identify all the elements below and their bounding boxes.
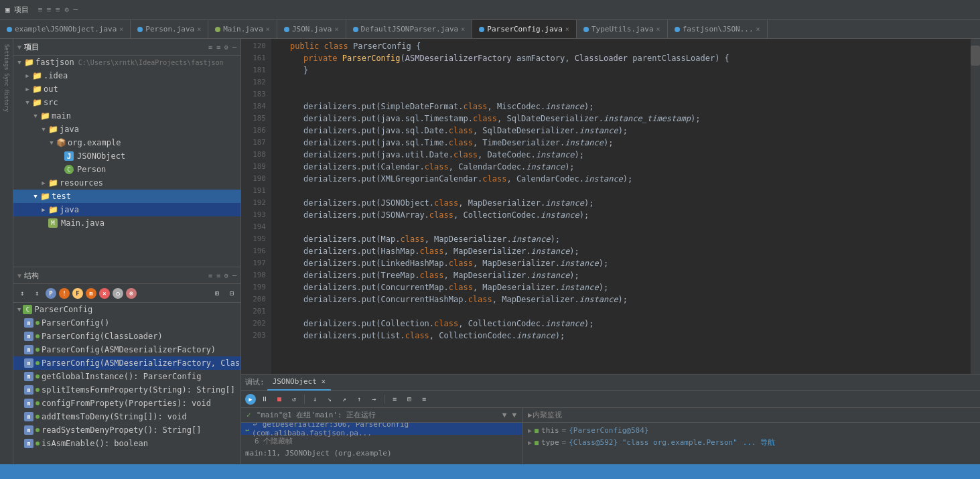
watch-this-expand[interactable]: ▶: [528, 427, 532, 434]
method-dot-4: [36, 374, 40, 379]
code-content[interactable]: public class ParserConfig { private Pars…: [271, 39, 971, 374]
tree-test[interactable]: ▼ 📁 test: [13, 190, 240, 203]
tree-src[interactable]: ▼ 📁 src: [13, 96, 240, 109]
debug-pause-btn[interactable]: ⏸: [259, 393, 271, 405]
tree-root[interactable]: ▼ 📁 fastjson C:\Users\xrntk\IdeaProjects…: [13, 56, 240, 69]
code-line-198: derializers.put(TreeMap.class, MapDeseri…: [277, 269, 971, 281]
filter-method-btn[interactable]: m: [86, 288, 96, 299]
watch-item-type[interactable]: ▶ ■ type = {Class@592} "class org.exampl…: [522, 436, 980, 448]
tab-close-person[interactable]: ×: [197, 25, 201, 33]
tree-resources-label: resources: [60, 178, 103, 188]
tab-main[interactable]: Main.java ×: [208, 20, 277, 39]
struct-method-4[interactable]: m getGlobalInstance(): ParserConfig: [13, 370, 240, 383]
watch-type-nav-link[interactable]: ... 导航: [743, 437, 776, 448]
debug-filter-arrow[interactable]: ▼: [512, 411, 516, 419]
tree-java-src[interactable]: ▼ 📁 java: [13, 123, 240, 136]
debug-force-step-btn[interactable]: ↗: [338, 393, 350, 405]
struct-method-8[interactable]: m readSystemDenyPropety(): String[]: [13, 423, 240, 437]
tree-java-test[interactable]: ▶ 📁 java: [13, 203, 240, 216]
structure-arrow: ▼: [17, 272, 21, 279]
tab-close-defaultjsonparser[interactable]: ×: [461, 25, 465, 33]
debug-step-out-btn[interactable]: ↑: [353, 393, 365, 405]
filter-public-btn[interactable]: P: [46, 288, 56, 299]
debug-run-cursor-btn[interactable]: →: [368, 393, 380, 405]
tree-resources[interactable]: ▶ 📁 resources: [13, 176, 240, 190]
struct-method-9[interactable]: m isAsmEnable(): boolean: [13, 437, 240, 450]
filter-constructor-btn[interactable]: !: [59, 288, 70, 299]
sort-alpha-btn[interactable]: ↕: [16, 287, 28, 299]
debug-frames-panel: ✓ "main"@1 在组'main': 正在运行 ▼ ▼ ↵ ⤶ getDes…: [241, 408, 522, 464]
debug-rerun-btn[interactable]: ↺: [288, 393, 300, 405]
debug-frames-list: ↵ ⤶ getDeserializer:306, ParserConfig (c…: [241, 423, 522, 464]
struct-method-6[interactable]: m configFromPropety(Properties): void: [13, 397, 240, 410]
tab-defaultjsonparser[interactable]: DefaultJSONParser.java ×: [346, 20, 473, 39]
debug-step-over-btn[interactable]: ↓: [309, 393, 321, 405]
debug-step-into-btn[interactable]: ↘: [324, 393, 336, 405]
debug-filter-icon[interactable]: ▼: [502, 411, 507, 419]
scrollbar-thumb[interactable]: [971, 46, 980, 66]
tab-dot-jsonobject: [7, 27, 12, 32]
filter-gray-btn[interactable]: ○: [113, 288, 123, 299]
tab-close-fastjson2[interactable]: ×: [756, 25, 760, 33]
tab-parserconfig[interactable]: ParserConfig.java ×: [472, 20, 577, 39]
tree-out[interactable]: ▶ 📁 out: [13, 82, 240, 96]
tab-close-typeutils[interactable]: ×: [656, 25, 660, 33]
structure-menu[interactable]: ≡ ≡ ⚙ ─: [208, 272, 236, 279]
tree-org-example[interactable]: ▼ 📦 org.example: [13, 136, 240, 149]
sort-type-btn[interactable]: ↕: [31, 287, 43, 299]
tab-close-json[interactable]: ×: [335, 25, 339, 33]
debug-play-btn[interactable]: ▶: [245, 394, 256, 405]
struct-method-5[interactable]: m splitItemsFormProperty(String): String…: [13, 383, 240, 397]
tab-jsonobject[interactable]: example\JSONObject.java ×: [0, 20, 131, 39]
person-file-icon: C: [64, 165, 74, 174]
debug-tab-jsonobject[interactable]: JSONObject ×: [267, 374, 331, 391]
struct-class-label: ParserConfig: [34, 305, 92, 314]
tab-json[interactable]: JSON.java ×: [277, 20, 346, 39]
struct-method-0[interactable]: m ParserConfig(): [13, 316, 240, 330]
tree-idea[interactable]: ▶ 📁 .idea: [13, 69, 240, 82]
debug-settings-btn[interactable]: ≡: [418, 393, 430, 405]
struct-method-7[interactable]: m addItemsToDeny(String[]): void: [13, 410, 240, 423]
structure-list: ▼ C ParserConfig m ParserConfig() m Pars…: [13, 303, 240, 464]
project-menu[interactable]: 项目: [14, 5, 29, 15]
tree-person-file[interactable]: C Person: [13, 163, 240, 176]
filter-x-btn[interactable]: ×: [99, 288, 110, 299]
project-panel-header: ▼ 项目 ≡ ≡ ⚙ ─: [13, 39, 240, 56]
project-tree: ▼ 📁 fastjson C:\Users\xrntk\IdeaProjects…: [13, 56, 240, 267]
project-panel-menu[interactable]: ≡ ≡ ⚙ ─: [208, 44, 236, 51]
expand-btn[interactable]: ⊞: [211, 287, 223, 299]
tab-close-jsonobject[interactable]: ×: [119, 25, 123, 33]
tree-main-java[interactable]: M Main.java: [13, 216, 240, 230]
watch-item-this[interactable]: ▶ ■ this = {ParserConfig@584}: [522, 424, 980, 436]
filter-red-btn[interactable]: ⊗: [126, 288, 137, 299]
right-scrollbar[interactable]: [971, 39, 980, 374]
tree-test-arrow: ▼: [32, 193, 39, 200]
tree-java-test-icon: 📁: [48, 205, 58, 214]
debug-eval-btn[interactable]: ≡: [389, 393, 401, 405]
tab-close-main[interactable]: ×: [266, 25, 270, 33]
tab-close-parserconfig[interactable]: ×: [565, 25, 569, 33]
watch-expand-icon[interactable]: ▶: [528, 411, 533, 419]
struct-method-2[interactable]: m ParserConfig(ASMDeserializerFactory): [13, 343, 240, 356]
tab-typeutils[interactable]: TypeUtils.java ×: [577, 20, 668, 39]
struct-class-root[interactable]: ▼ C ParserConfig: [13, 303, 240, 316]
collapse-btn[interactable]: ⊟: [226, 287, 238, 299]
settings-sync-label[interactable]: Settings Sync History: [3, 42, 9, 115]
tree-jsonobject-file[interactable]: J JSONObject: [13, 149, 240, 163]
method-icon-3: m: [24, 358, 33, 368]
debug-watch-btn[interactable]: ⊞: [403, 393, 415, 405]
tree-main-src[interactable]: ▼ 📁 main: [13, 109, 240, 123]
filter-field-btn[interactable]: F: [72, 288, 83, 299]
tree-main-java-label: Main.java: [61, 218, 104, 228]
debug-stop-btn[interactable]: ■: [273, 393, 285, 405]
debug-check-icon: ✓: [247, 411, 251, 419]
debug-frame-main[interactable]: main:11, JSONObject (org.example): [241, 447, 522, 459]
tab-fastjson2[interactable]: fastjson\JSON... ×: [668, 20, 768, 39]
tab-person[interactable]: Person.java ×: [131, 20, 208, 39]
tree-src-label: src: [44, 98, 58, 107]
debug-frame-0[interactable]: ↵ ⤶ getDeserializer:306, ParserConfig (c…: [241, 423, 522, 435]
watch-this-field-icon: ■: [535, 427, 539, 434]
struct-method-1[interactable]: m ParserConfig(ClassLoader): [13, 330, 240, 343]
watch-type-expand[interactable]: ▶: [528, 439, 532, 446]
struct-method-3[interactable]: m ParserConfig(ASMDeserializerFactory, C…: [13, 356, 240, 370]
